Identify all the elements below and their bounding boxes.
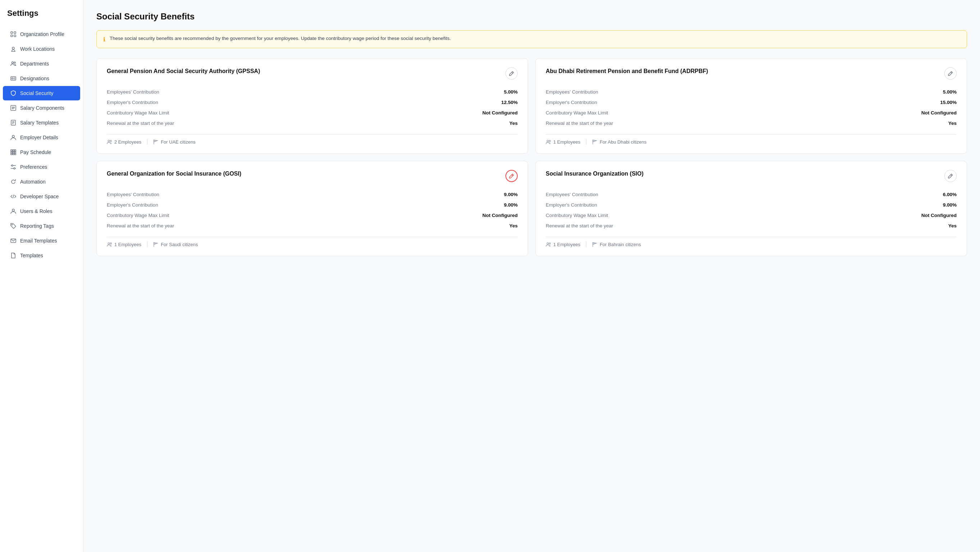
svg-point-4 [12, 47, 14, 49]
employees-icon [546, 242, 551, 247]
sidebar-item-social-security[interactable]: Social Security [3, 86, 80, 101]
card-row: Renewal at the start of the yearYes [107, 220, 518, 231]
card-row-label: Employer's Contribution [107, 100, 158, 105]
svg-line-33 [13, 195, 14, 198]
card-row-value: 5.00% [943, 89, 957, 95]
edit-button-adrpbf[interactable] [944, 67, 957, 80]
svg-point-34 [12, 209, 14, 211]
svg-rect-27 [13, 153, 14, 155]
refresh-icon [10, 179, 16, 185]
card-row-label: Renewal at the start of the year [546, 223, 613, 228]
card-row: Renewal at the start of the yearYes [546, 118, 957, 128]
employees-count: 1 Employees [553, 139, 580, 145]
edit-button-gpssa[interactable] [506, 67, 518, 80]
tag-icon [10, 223, 16, 229]
sidebar-item-users-roles[interactable]: Users & Roles [3, 204, 80, 219]
employees-count: 1 Employees [115, 242, 141, 247]
sidebar-item-automation[interactable]: Automation [3, 174, 80, 189]
sidebar-item-salary-components[interactable]: Salary Components [3, 101, 80, 115]
card-row: Renewal at the start of the yearYes [107, 118, 518, 128]
cards-grid: General Pension And Social Security Auth… [96, 58, 967, 256]
svg-point-30 [11, 165, 13, 166]
sidebar-item-pay-schedule[interactable]: Pay Schedule [3, 145, 80, 160]
card-row-value: Not Configured [482, 110, 518, 115]
card-row-label: Employees' Contribution [107, 89, 159, 95]
sidebar-item-preferences[interactable]: Preferences [3, 160, 80, 174]
sidebar-item-org-profile[interactable]: Organization Profile [3, 27, 80, 41]
svg-rect-25 [14, 152, 16, 153]
svg-point-6 [14, 62, 16, 63]
sidebar-label-designations: Designations [20, 76, 49, 81]
card-footer-adrpbf: 1 EmployeesFor Abu Dhabi citizens [546, 139, 957, 145]
svg-rect-22 [14, 150, 16, 151]
sidebar-item-departments[interactable]: Departments [3, 56, 80, 71]
sidebar-label-developer-space: Developer Space [20, 194, 59, 199]
card-title-sio: Social Insurance Organization (SIO) [546, 170, 644, 178]
card-row-label: Contributory Wage Max Limit [546, 110, 608, 115]
svg-rect-26 [11, 153, 12, 155]
svg-point-45 [110, 242, 111, 244]
sidebar-item-email-templates[interactable]: Email Templates [3, 233, 80, 248]
code-icon [10, 193, 16, 200]
card-row-label: Employer's Contribution [546, 202, 597, 207]
card-row: Renewal at the start of the yearYes [546, 220, 957, 231]
sidebar-item-developer-space[interactable]: Developer Space [3, 189, 80, 204]
svg-line-46 [951, 175, 952, 176]
card-row-value: Yes [509, 121, 518, 126]
svg-rect-28 [14, 153, 16, 155]
sidebar-item-work-locations[interactable]: Work Locations [3, 42, 80, 56]
sidebar-item-employer-details[interactable]: Employer Details [3, 130, 80, 145]
sliders-icon [10, 164, 16, 170]
sidebar-label-employer-details: Employer Details [20, 135, 58, 140]
id-icon [10, 75, 16, 82]
card-gosi: General Organization for Social Insuranc… [96, 161, 528, 256]
doc-icon [10, 120, 16, 126]
employees-count: 2 Employees [115, 139, 141, 145]
card-row: Employees' Contribution5.00% [107, 87, 518, 97]
info-icon: ℹ [103, 36, 105, 43]
sidebar-label-org-profile: Organization Profile [20, 31, 64, 37]
sidebar-label-salary-components: Salary Components [20, 105, 64, 111]
svg-rect-2 [11, 35, 13, 37]
sidebar-label-reporting-tags: Reporting Tags [20, 223, 54, 229]
flag-icon [592, 139, 598, 145]
card-row: Employer's Contribution15.00% [546, 97, 957, 108]
sidebar-label-preferences: Preferences [20, 164, 47, 170]
card-row-label: Renewal at the start of the year [107, 223, 174, 228]
sidebar-item-salary-templates[interactable]: Salary Templates [3, 115, 80, 130]
mail-icon [10, 238, 16, 244]
svg-line-40 [951, 72, 952, 73]
employees-icon [107, 242, 112, 247]
svg-line-43 [512, 175, 513, 176]
svg-rect-20 [11, 150, 12, 151]
card-title-gosi: General Organization for Social Insuranc… [107, 170, 241, 178]
card-row-label: Employer's Contribution [546, 100, 597, 105]
grid-small-icon [10, 149, 16, 155]
citizens-text: For Saudi citizens [161, 242, 198, 247]
svg-rect-3 [14, 35, 16, 37]
shield-icon [10, 90, 16, 96]
card-row: Contributory Wage Max LimitNot Configure… [546, 210, 957, 220]
file-icon [10, 252, 16, 259]
edit-button-sio[interactable] [944, 170, 957, 182]
card-citizens: For Bahrain citizens [592, 242, 641, 247]
flag-icon [592, 242, 598, 247]
card-adrpbf: Abu Dhabi Retirement Pension and Benefit… [535, 58, 967, 154]
card-row-label: Contributory Wage Max Limit [107, 110, 169, 115]
sidebar-item-designations[interactable]: Designations [3, 71, 80, 86]
svg-rect-0 [11, 32, 13, 34]
card-employees: 2 Employees [107, 139, 141, 145]
list-icon [10, 105, 16, 111]
card-row-label: Contributory Wage Max Limit [107, 213, 169, 218]
edit-button-gosi[interactable] [506, 170, 518, 182]
sidebar-item-templates[interactable]: Templates [3, 248, 80, 263]
citizens-text: For Bahrain citizens [600, 242, 641, 247]
employees-icon [546, 139, 551, 145]
sidebar-label-social-security: Social Security [20, 90, 54, 96]
card-row-value: 9.00% [504, 192, 518, 197]
sidebar-item-reporting-tags[interactable]: Reporting Tags [3, 219, 80, 233]
svg-point-8 [12, 78, 13, 79]
card-row-label: Employees' Contribution [107, 192, 159, 197]
card-row: Employer's Contribution12.50% [107, 97, 518, 108]
card-row: Contributory Wage Max LimitNot Configure… [107, 210, 518, 220]
